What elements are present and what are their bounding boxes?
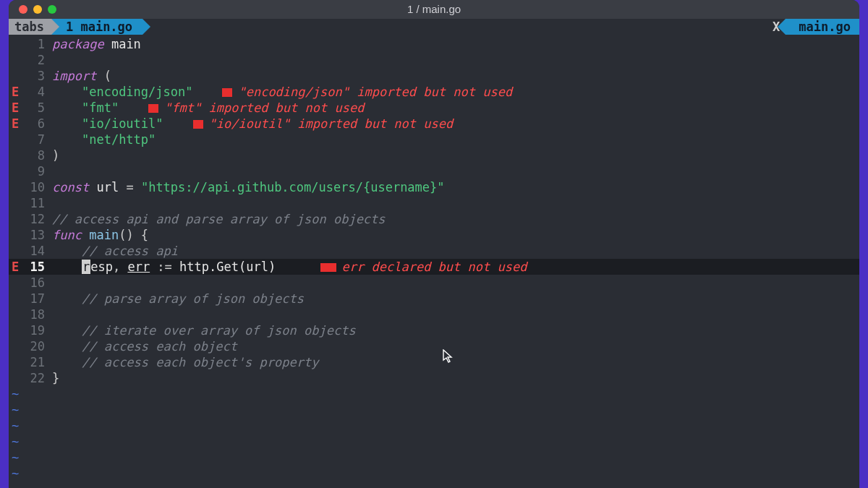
code-line-current: E15 resp, err := http.Get(url) err decla… (9, 259, 859, 275)
code-line: 14 // access api (9, 243, 859, 259)
empty-line: ~ (9, 434, 859, 450)
code-line: 17 // parse array of json objects (9, 291, 859, 307)
minimize-window-button[interactable] (33, 5, 42, 14)
error-marker-icon (320, 263, 336, 272)
error-sign: E (9, 84, 26, 100)
editor-window: 1 / main.go tabs 1 main.go X main.go 1pa… (9, 0, 859, 488)
window-controls (9, 5, 56, 14)
diagnostic-text: "encoding/json" imported but not used (238, 85, 512, 99)
code-line: 18 (9, 307, 859, 322)
code-line: 22} (9, 370, 859, 386)
code-editor[interactable]: 1package main 2 3import ( E4 "encoding/j… (9, 35, 859, 488)
titlebar: 1 / main.go (9, 0, 859, 19)
empty-line: ~ (9, 466, 859, 481)
code-line: E5 "fmt" "fmt" imported but not used (9, 100, 859, 116)
diagnostic-text: "io/ioutil" imported but not used (209, 116, 454, 131)
text-cursor: r (82, 260, 90, 274)
tab-bar: tabs 1 main.go X main.go (9, 19, 859, 35)
code-line: 20 // access each object (9, 338, 859, 354)
tabbar-right: X main.go (767, 19, 859, 35)
diagnostic-text: err declared but not used (342, 260, 527, 274)
diagnostic-text: "fmt" imported but not used (164, 100, 364, 115)
tab-main-go[interactable]: 1 main.go (51, 19, 142, 35)
code-line: E4 "encoding/json" "encoding/json" impor… (9, 84, 859, 100)
tabs-label: tabs (9, 19, 51, 35)
code-line: 10const url = "https://api.github.com/us… (9, 179, 859, 195)
code-line: 2 (9, 52, 859, 68)
error-marker-icon (193, 120, 203, 129)
code-line: E6 "io/ioutil" "io/ioutil" imported but … (9, 116, 859, 132)
code-line: 19 // iterate over array of json objects (9, 322, 859, 338)
maximize-window-button[interactable] (48, 5, 56, 14)
code-line: 12// access api and parse array of json … (9, 211, 859, 227)
code-line: 7 "net/http" (9, 132, 859, 147)
window-title: 1 / main.go (9, 1, 859, 17)
code-line: 9 (9, 163, 859, 179)
error-sign: E (9, 116, 26, 132)
error-sign: E (9, 259, 26, 275)
empty-line: ~ (9, 418, 859, 434)
error-marker-icon (148, 104, 158, 113)
code-line: 21 // access each object's property (9, 354, 859, 370)
code-line: 1package main (9, 36, 859, 52)
empty-line: ~ (9, 402, 859, 418)
empty-line: ~ (9, 481, 859, 488)
empty-line: ~ (9, 450, 859, 466)
code-line: 16 (9, 275, 859, 291)
code-line: 13func main() { (9, 227, 859, 243)
error-sign: E (9, 100, 26, 116)
close-window-button[interactable] (19, 5, 27, 14)
error-marker-icon (222, 88, 232, 97)
code-line: 11 (9, 195, 859, 211)
code-line: 8) (9, 147, 859, 163)
empty-line: ~ (9, 386, 859, 402)
code-line: 3import ( (9, 68, 859, 84)
tab-filename-right: main.go (786, 19, 859, 35)
